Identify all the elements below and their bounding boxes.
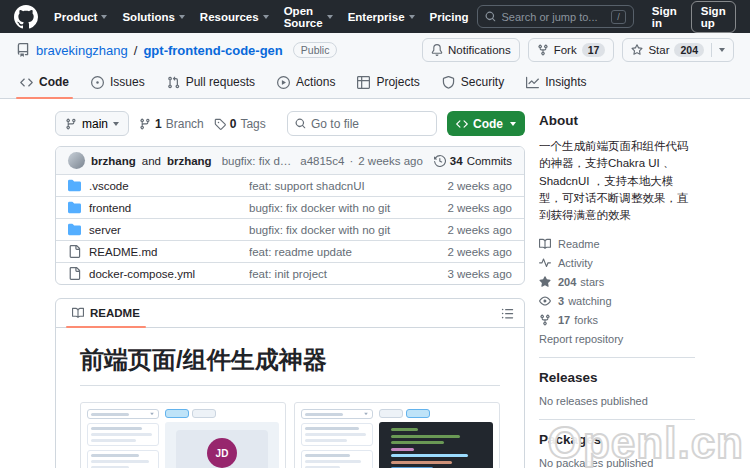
file-commit-message[interactable]: feat: init project — [249, 268, 424, 280]
fork-button[interactable]: Fork 17 — [528, 38, 615, 62]
packages-title: Packages — [539, 432, 695, 447]
branch-selector[interactable]: main — [55, 111, 129, 136]
folder-icon — [68, 223, 81, 236]
sign-up-button[interactable]: Sign up — [691, 1, 736, 33]
commit-conjunction: and — [142, 155, 161, 167]
repo-owner-link[interactable]: bravekingzhang — [36, 43, 128, 58]
tab-security[interactable]: Security — [434, 67, 512, 98]
code-download-button[interactable]: Code — [447, 111, 525, 136]
readme-images: JD John Doe Follow Message — [80, 402, 500, 468]
nav-item-resources[interactable]: Resources — [200, 5, 269, 29]
tab-insights[interactable]: Insights — [518, 67, 594, 98]
branch-count-label: Branch — [166, 117, 204, 131]
chevron-down-icon — [409, 15, 415, 19]
forks-label: forks — [574, 314, 598, 326]
commit-author[interactable]: brzhang — [91, 155, 136, 167]
file-commit-message[interactable]: bugfix: fix docker with no git — [249, 224, 424, 236]
tab-code[interactable]: Code — [12, 67, 77, 98]
file-commit-date: 2 weeks ago — [432, 202, 512, 214]
table-row[interactable]: docker-compose.yml feat: init project 3 … — [56, 262, 524, 284]
tab-readme[interactable]: README — [66, 299, 146, 327]
commit-author[interactable]: brzhang — [167, 155, 212, 167]
nav-item-enterprise[interactable]: Enterprise — [348, 5, 415, 29]
github-logo-icon[interactable] — [14, 5, 38, 29]
stars-link[interactable]: 204 stars — [539, 272, 695, 291]
notifications-label: Notifications — [448, 44, 511, 56]
commit-hash[interactable]: a4815c4 — [300, 155, 344, 167]
commit-message[interactable]: bugfix: fix docker with no git — [222, 155, 295, 167]
repo-tab-nav: Code Issues Pull requests Actions Projec… — [0, 67, 750, 99]
table-row[interactable]: frontend bugfix: fix docker with no git … — [56, 196, 524, 218]
branch-toolbar: main 1 Branch 0 Tags Go to file Code — [55, 111, 525, 136]
star-label: Star — [648, 44, 669, 56]
project-icon — [357, 76, 370, 89]
slash-key-hint: / — [611, 10, 626, 24]
latest-commit-bar: brzhang and brzhang bugfix: fix docker w… — [56, 147, 524, 174]
go-to-file-input[interactable]: Go to file — [287, 111, 437, 136]
nav-item-solutions[interactable]: Solutions — [122, 5, 184, 29]
shield-icon — [442, 76, 455, 89]
file-name[interactable]: .vscode — [89, 180, 241, 192]
repo-actions: Notifications Fork 17 Star 204 — [422, 38, 734, 62]
pulse-icon — [539, 257, 551, 269]
issue-icon — [91, 76, 104, 89]
commit-history-link[interactable]: 34 Commits — [434, 155, 512, 167]
readme-link[interactable]: Readme — [539, 234, 695, 253]
star-button[interactable]: Star 204 — [622, 38, 734, 62]
fork-label: Fork — [554, 44, 577, 56]
nav-item-product[interactable]: Product — [54, 5, 107, 29]
sign-in-link[interactable]: Sign in — [652, 5, 677, 29]
global-search-input[interactable]: Search or jump to... / — [477, 5, 634, 28]
tab-actions[interactable]: Actions — [269, 67, 343, 98]
chevron-down-icon — [327, 15, 333, 19]
code-button-label: Code — [473, 117, 503, 131]
file-commit-message[interactable]: bugfix: fix docker with no git — [249, 202, 424, 214]
tab-projects[interactable]: Projects — [349, 67, 427, 98]
file-name[interactable]: frontend — [89, 202, 241, 214]
activity-link[interactable]: Activity — [539, 253, 695, 272]
code-icon — [456, 118, 468, 130]
notifications-button[interactable]: Notifications — [422, 38, 520, 62]
table-row[interactable]: README.md feat: readme update 2 weeks ag… — [56, 240, 524, 262]
watching-link[interactable]: 3 watching — [539, 291, 695, 310]
branches-link[interactable]: 1 Branch — [139, 117, 204, 131]
branch-count: 1 — [155, 117, 162, 131]
outline-list-icon[interactable] — [501, 307, 514, 320]
chevron-down-icon[interactable] — [719, 48, 725, 52]
tab-label: Issues — [110, 75, 145, 89]
author-avatar[interactable] — [68, 152, 85, 169]
nav-item-open-source[interactable]: Open Source — [284, 5, 333, 29]
nav-label: Pricing — [430, 11, 469, 23]
table-row[interactable]: .vscode feat: support shadcnUI 2 weeks a… — [56, 174, 524, 196]
divider — [539, 419, 695, 420]
nav-item-pricing[interactable]: Pricing — [430, 5, 469, 29]
file-name[interactable]: README.md — [89, 246, 241, 258]
screenshot-preview-pane: JD John Doe Follow Message — [165, 409, 279, 468]
about-title: About — [539, 113, 695, 128]
tab-pull-requests[interactable]: Pull requests — [159, 67, 263, 98]
button-divider — [711, 43, 712, 57]
forks-link[interactable]: 17 forks — [539, 310, 695, 329]
report-repository-link[interactable]: Report repository — [539, 333, 695, 345]
screenshot-sidebar — [301, 409, 373, 468]
goto-placeholder: Go to file — [311, 117, 359, 131]
file-name[interactable]: server — [89, 224, 241, 236]
table-row[interactable]: server bugfix: fix docker with no git 2 … — [56, 218, 524, 240]
tab-label: Security — [461, 75, 504, 89]
pull-request-icon — [167, 76, 180, 89]
tags-link[interactable]: 0 Tags — [214, 117, 266, 131]
repo-name-link[interactable]: gpt-frontend-code-gen — [143, 43, 282, 58]
file-commit-message[interactable]: feat: support shadcnUI — [249, 180, 424, 192]
book-icon — [539, 238, 551, 250]
fork-count-badge: 17 — [582, 43, 606, 57]
tab-label: Pull requests — [186, 75, 255, 89]
commit-count: 34 — [450, 155, 463, 167]
tag-count-label: Tags — [240, 117, 265, 131]
tab-label: Code — [39, 75, 69, 89]
file-commit-date: 3 weeks ago — [432, 268, 512, 280]
nav-label: Enterprise — [348, 11, 405, 23]
tab-issues[interactable]: Issues — [83, 67, 153, 98]
profile-card: JD John Doe Follow Message — [176, 430, 268, 468]
file-name[interactable]: docker-compose.yml — [89, 268, 241, 280]
file-commit-message[interactable]: feat: readme update — [249, 246, 424, 258]
